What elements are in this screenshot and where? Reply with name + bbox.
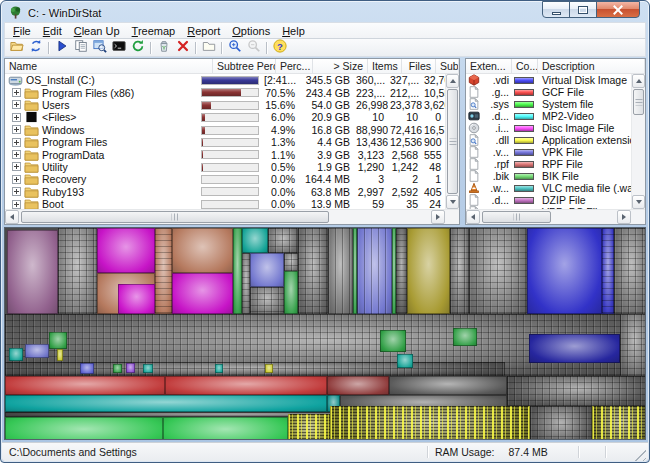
open-button[interactable]	[7, 40, 26, 56]
expand-icon[interactable]	[12, 200, 21, 209]
treemap-block[interactable]	[155, 228, 172, 314]
directory-row-program-files-x86[interactable]: Program Files (x86)70.5%243.4 GB223,...2…	[5, 86, 445, 98]
directory-row-windows[interactable]: Windows4.9%16.8 GB88,99072,41616,574	[5, 124, 445, 136]
scroll-track[interactable]	[632, 116, 645, 195]
column-header-co[interactable]: Co...	[512, 59, 538, 73]
treemap-block[interactable]	[284, 271, 298, 314]
menu-item-report[interactable]: Report	[181, 24, 226, 38]
expand-icon[interactable]	[12, 100, 21, 109]
menu-item-clean-up[interactable]: Clean Up	[68, 24, 126, 38]
help-button[interactable]: ?	[270, 40, 289, 56]
treemap-block[interactable]	[268, 228, 298, 253]
column-header-subtree-perc[interactable]: Subtree Perc...	[213, 59, 276, 73]
explorer-here-button[interactable]	[90, 40, 109, 56]
treemap-block[interactable]	[250, 287, 284, 314]
extension-row-g[interactable]: .g...GCF File	[466, 86, 631, 98]
refresh-drives-button[interactable]	[26, 40, 45, 56]
treemap-block[interactable]	[527, 228, 602, 314]
column-header-subd[interactable]: Subd...	[436, 59, 459, 73]
scroll-track[interactable]	[551, 210, 617, 224]
column-header-files[interactable]: Files	[402, 59, 436, 73]
directory-row-utility[interactable]: Utility0.5%1.9 GB1,2901,24248	[5, 161, 445, 173]
menu-item-options[interactable]: Options	[226, 24, 276, 38]
extension-row-d[interactable]: .d...DZIP File	[466, 194, 631, 206]
treemap-block[interactable]	[5, 395, 327, 412]
column-header-name[interactable]: Name	[5, 59, 213, 73]
show-treemap-button[interactable]	[199, 40, 218, 56]
expand-icon[interactable]	[12, 88, 21, 97]
column-header-size[interactable]: > Size	[313, 59, 368, 73]
treemap-block[interactable]	[453, 328, 477, 346]
expand-icon[interactable]	[12, 187, 21, 196]
scroll-track[interactable]	[329, 210, 431, 224]
treemap-block[interactable]	[450, 228, 469, 314]
treemap-block[interactable]	[163, 417, 288, 440]
treemap-block[interactable]	[49, 332, 67, 349]
extension-row-d[interactable]: .d...MP2-Video	[466, 110, 631, 122]
scroll-down-button[interactable]	[446, 195, 459, 209]
treemap[interactable]	[4, 227, 646, 440]
scroll-thumb[interactable]	[482, 211, 551, 223]
scroll-thumb[interactable]	[21, 211, 329, 223]
directory-row-ruby193[interactable]: Ruby1930.0%63.8 MB2,9972,592405	[5, 186, 445, 198]
treemap-block[interactable]	[620, 314, 646, 376]
zoom-in-button[interactable]	[225, 40, 244, 56]
delete-button[interactable]	[173, 40, 192, 56]
treemap-block[interactable]	[396, 228, 407, 314]
treemap-block[interactable]	[126, 363, 135, 373]
directory-horizontal-scrollbar[interactable]	[5, 210, 445, 224]
treemap-block[interactable]	[529, 334, 620, 363]
refresh-selected-button[interactable]	[128, 40, 147, 56]
treemap-block[interactable]	[250, 253, 284, 287]
treemap-block[interactable]	[113, 364, 122, 373]
expand-icon[interactable]	[12, 113, 21, 122]
menu-item-file[interactable]: File	[7, 24, 37, 38]
treemap-block[interactable]	[233, 228, 242, 314]
directory-row-programdata[interactable]: ProgramData1.1%3.9 GB3,1232,568555	[5, 148, 445, 160]
treemap-block[interactable]	[357, 228, 392, 314]
extension-row-w[interactable]: .w...VLC media file (.wav)	[466, 182, 631, 194]
treemap-block[interactable]	[7, 230, 58, 314]
extension-row-rpf[interactable]: .rpfRPF File	[466, 158, 631, 170]
directory-row-files[interactable]: <Files>6.0%20.9 GB10100	[5, 111, 445, 123]
treemap-block[interactable]	[165, 376, 327, 395]
treemap-block[interactable]	[242, 253, 250, 314]
extension-vertical-scrollbar[interactable]	[631, 74, 645, 209]
copy-path-button[interactable]	[71, 40, 90, 56]
directory-row-program-files[interactable]: Program Files1.3%4.4 GB13,43612,536900	[5, 136, 445, 148]
column-header-description[interactable]: Description	[538, 59, 645, 73]
treemap-block[interactable]	[118, 284, 155, 314]
expand-icon[interactable]	[12, 175, 21, 184]
scroll-down-button[interactable]	[632, 195, 645, 209]
extension-row-vdi[interactable]: .vdiVirtual Disk Image	[466, 74, 631, 86]
menu-item-help[interactable]: Help	[276, 24, 311, 38]
extension-horizontal-scrollbar[interactable]	[466, 210, 631, 224]
menu-item-treemap[interactable]: Treemap	[126, 24, 182, 38]
scroll-right-button[interactable]	[617, 210, 631, 224]
close-button[interactable]	[596, 1, 640, 18]
treemap-block[interactable]	[397, 354, 413, 368]
treemap-block[interactable]	[614, 228, 646, 314]
treemap-block[interactable]	[58, 228, 97, 314]
treemap-block[interactable]	[327, 376, 389, 395]
treemap-block[interactable]	[242, 228, 268, 253]
extension-row-bik[interactable]: .bikBIK File	[466, 170, 631, 182]
expand-icon[interactable]	[12, 138, 21, 147]
directory-row-users[interactable]: Users15.6%54.0 GB26,99823,3783,620	[5, 99, 445, 111]
treemap-block[interactable]	[380, 330, 406, 352]
treemap-block[interactable]	[330, 406, 530, 440]
treemap-block[interactable]	[592, 406, 646, 440]
treemap-block[interactable]	[602, 228, 614, 314]
treemap-block[interactable]	[298, 228, 328, 314]
treemap-block[interactable]	[57, 349, 63, 361]
scroll-right-button[interactable]	[431, 210, 445, 224]
scroll-left-button[interactable]	[5, 210, 19, 224]
command-prompt-here-button[interactable]	[109, 40, 128, 56]
directory-row-recovery[interactable]: Recovery0.0%164.4 MB321	[5, 173, 445, 185]
scroll-thumb[interactable]	[447, 89, 458, 194]
empty-recycle-bin-button[interactable]	[154, 40, 173, 56]
maximize-button[interactable]	[569, 1, 597, 18]
treemap-block[interactable]	[530, 406, 592, 440]
title-bar[interactable]: C: - WinDirStat	[1, 1, 649, 22]
scroll-up-button[interactable]	[632, 74, 645, 88]
